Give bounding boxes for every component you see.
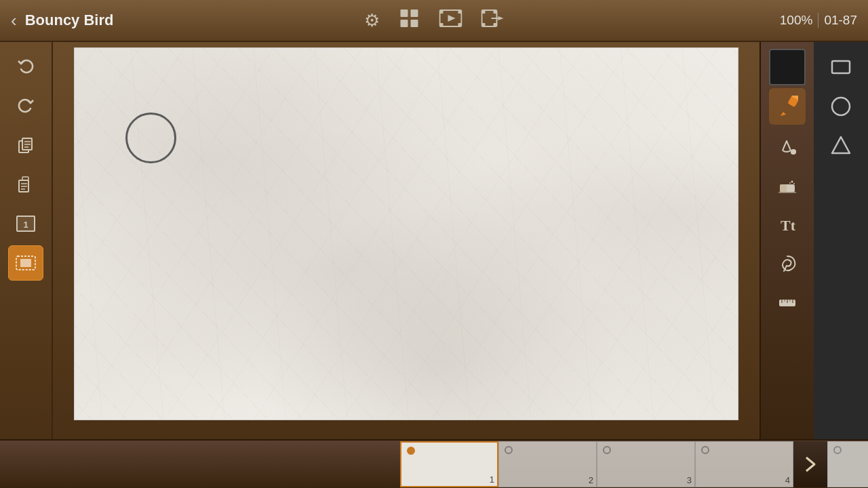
undo-button[interactable]	[8, 49, 43, 84]
canvas-circle-shape	[125, 113, 176, 163]
paste-button[interactable]	[8, 167, 43, 202]
lasso-tool-button[interactable]	[769, 245, 806, 282]
circle-shape-button[interactable]	[823, 88, 859, 125]
svg-rect-31	[20, 259, 31, 267]
drawing-canvas[interactable]	[74, 47, 738, 420]
bottom-thumbnail-strip: 1 2 3 4	[0, 439, 868, 488]
svg-point-41	[789, 182, 791, 184]
thumbnails-next-button[interactable]	[793, 441, 827, 487]
thumbnail-2[interactable]: 2	[498, 441, 597, 487]
svg-rect-11	[482, 10, 486, 14]
thumbnail-dot-extra	[833, 446, 842, 454]
thumbnail-number-4: 4	[785, 475, 790, 485]
triangle-shape-button[interactable]	[823, 127, 859, 164]
ruler-tool-button[interactable]	[769, 285, 806, 321]
film-play-icon[interactable]	[439, 7, 462, 34]
svg-rect-3	[411, 20, 418, 27]
svg-rect-8	[458, 23, 462, 26]
eraser-tool-button[interactable]	[769, 167, 806, 203]
frame-number-button[interactable]: 1	[8, 206, 43, 241]
svg-point-39	[791, 181, 793, 183]
thumbnail-3[interactable]: 3	[597, 441, 695, 487]
main-area: 1	[0, 42, 868, 439]
svg-rect-23	[22, 177, 28, 180]
current-frame-button[interactable]	[8, 245, 43, 281]
page-indicator: 01-87	[818, 13, 857, 28]
svg-rect-13	[482, 23, 486, 26]
color-swatch-button[interactable]	[769, 49, 806, 85]
thumbnail-1[interactable]: 1	[400, 441, 498, 487]
zoom-level: 100%	[780, 13, 819, 28]
svg-rect-50	[832, 61, 850, 73]
thumbnail-dot-2	[505, 446, 513, 454]
thumbnail-extra[interactable]	[827, 441, 868, 487]
thumbnail-dot-4	[701, 446, 709, 454]
svg-rect-14	[494, 23, 497, 26]
right-sidebar: Tt	[760, 42, 814, 439]
left-sidebar: 1	[0, 42, 53, 439]
export-icon[interactable]	[481, 7, 505, 34]
thumbnail-4[interactable]: 4	[695, 441, 793, 487]
copy-button[interactable]	[8, 127, 43, 163]
svg-rect-5	[440, 10, 443, 14]
svg-rect-0	[401, 9, 408, 17]
settings-icon[interactable]: ⚙	[364, 10, 380, 31]
text-tool-button[interactable]: Tt	[769, 206, 806, 243]
svg-rect-12	[494, 10, 497, 14]
thumbnail-number-1: 1	[490, 474, 494, 485]
back-button[interactable]: ‹	[11, 12, 17, 29]
redo-button[interactable]	[8, 88, 43, 123]
svg-text:1: 1	[23, 220, 28, 230]
svg-rect-2	[401, 20, 408, 27]
thumbnail-dot-1	[407, 447, 415, 455]
rectangle-shape-button[interactable]	[823, 49, 859, 85]
svg-marker-52	[832, 137, 850, 153]
svg-point-51	[832, 98, 850, 115]
app-title: Bouncy Bird	[25, 12, 114, 29]
top-bar: ‹ Bouncy Bird ⚙	[0, 0, 868, 42]
top-bar-center: ⚙	[364, 7, 505, 34]
svg-text:Tt: Tt	[781, 217, 796, 234]
svg-rect-1	[411, 9, 418, 17]
shapes-panel	[814, 42, 868, 439]
svg-rect-37	[780, 184, 787, 192]
thumbnail-dot-3	[603, 446, 611, 454]
thumbnail-number-3: 3	[687, 475, 692, 485]
svg-point-40	[793, 183, 795, 184]
canvas-area[interactable]	[53, 42, 760, 439]
svg-rect-7	[440, 23, 443, 26]
pen-tool-button[interactable]	[769, 88, 806, 125]
svg-marker-33	[781, 112, 786, 116]
fill-tool-button[interactable]	[769, 127, 806, 164]
thumbnail-number-2: 2	[589, 475, 593, 485]
svg-marker-9	[448, 15, 456, 22]
grid-icon[interactable]	[399, 7, 420, 33]
svg-rect-6	[458, 10, 462, 14]
thumbnail-container: 1 2 3 4	[400, 441, 868, 487]
top-bar-right: 100% 01-87	[780, 13, 857, 28]
svg-marker-15	[498, 16, 504, 20]
